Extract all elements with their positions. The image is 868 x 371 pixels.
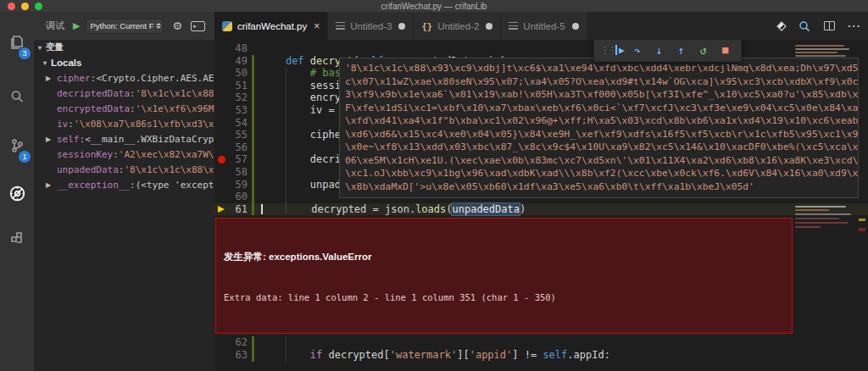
open-changes-icon[interactable] [776,21,786,30]
tab-Untitled-2[interactable]: {}Untitled-2 [414,12,501,40]
start-debug-button[interactable]: ▶ [73,20,80,31]
separator: : [130,88,136,99]
tooltip-line: 06\xe5M\x1cH\xe1U.(\xec\xae\x0b\x83mc\xc… [345,154,853,168]
debug-config-dropdown[interactable]: Python: Current F [86,19,164,34]
sidebar-item-debug[interactable] [0,174,34,212]
text-file-icon [336,22,345,30]
glyph-margin[interactable] [214,166,230,179]
glyph-margin[interactable] [214,349,230,362]
variable-row-encryptedData[interactable]: encryptedData: '\x1e\xf6\x96M\xe… [34,101,214,116]
code-text [254,166,261,179]
tooltip-line: \x0e~\xf8\x13\xdd\x03\xbc\x87_\x8c\x9c$4… [345,141,853,154]
code-line-63[interactable]: 63 if decrypted['watermark']['appid'] !=… [214,349,868,362]
tab-Untitled-3[interactable]: Untitled-3 [328,12,414,40]
step-over-button[interactable]: ↷ [628,41,647,59]
glyph-margin[interactable] [214,104,230,117]
variable-name: unpadedData [57,164,119,175]
open-preview-icon[interactable] [798,19,811,32]
glyph-margin[interactable] [214,129,230,141]
tab-label: Untitled-5 [523,21,565,31]
tooltip-line: '8\x1c\x1c\x88\x93\xc9\xdbj]t\xc6$\xa1\x… [345,62,853,75]
tab-label: Untitled-2 [437,21,479,31]
code-text: if decrypted['watermark']['appid'] != se… [254,349,610,362]
code-text [254,191,261,203]
editor-actions: ··· [778,12,861,40]
variable-name: sessionKey [57,149,113,160]
sidebar-item-source-control[interactable]: 1 [0,127,34,164]
step-out-button[interactable]: ↑ [672,41,691,59]
split-editor-icon[interactable] [824,21,835,30]
debug-settings-gear-icon[interactable]: ⚙ [172,19,182,32]
activity-bar: 3 1 [0,12,34,371]
line-number: 62 [230,336,252,349]
glyph-margin[interactable] [214,42,230,55]
close-window-button[interactable] [8,3,15,10]
chevron-right-icon[interactable]: ▶ [46,75,57,82]
glyph-margin[interactable] [214,80,230,92]
restart-button[interactable]: ↺ [694,41,713,59]
variables-panel-title: 变量 [46,42,64,53]
traffic-lights [8,3,42,10]
glyph-margin[interactable] [214,141,230,154]
breakpoint-icon[interactable] [214,153,230,166]
tooltip-line: F\xfe\x1dSi\xc1=\xbf\x10\xa7\xbax\xeb\xf… [345,102,853,115]
glyph-margin[interactable] [214,55,230,68]
stop-button[interactable]: ■ [716,41,735,59]
variables-panel-header[interactable]: ▾ 变量 [34,40,214,55]
separator: : [119,164,125,175]
separator: : [130,180,136,191]
close-tab-icon[interactable]: × [314,20,320,32]
sidebar-item-search[interactable] [0,78,34,115]
debug-config-label: Python: Current F [90,21,153,30]
variable-row-self[interactable]: ▶self: <__main__.WXBizDataCrypt i… [34,131,214,147]
debug-console-icon[interactable]: ▸ [191,21,205,31]
glyph-margin[interactable] [214,67,230,80]
current-line-arrow-icon[interactable] [214,203,230,216]
chevron-right-icon[interactable]: ▶ [46,136,57,143]
zoom-window-button[interactable] [35,3,42,10]
debug-sidebar: 调试 ▶ Python: Current F ⚙ ▸ ▾ 变量 ▾ Locals… [34,12,214,371]
line-number: 60 [230,191,252,203]
variable-row-__exception__[interactable]: ▶__exception__: (<type 'exception… [34,178,214,193]
continue-button[interactable]: ▶ [615,45,625,55]
code-line-48[interactable]: 48 [214,42,868,55]
tooltip-line: \xd6\xd6&\x15\xc4\xe0\x04\x05}\x84\xe9H_… [345,128,853,141]
minimize-window-button[interactable] [21,3,29,10]
glyph-margin[interactable] [214,117,230,130]
variable-row-cipher[interactable]: ▶cipher: <Crypto.Cipher.AES.AESCi… [34,70,214,86]
debug-toolbar: ⋮⋮ ▶↷↓↑↺■ [593,40,742,62]
tab-Untitled-5[interactable]: Untitled-5 [501,12,587,40]
glyph-margin[interactable] [214,336,230,349]
variable-row-iv[interactable]: iv: '\x08\xa7\x86s1\xfb\xd3\x87\… [34,116,214,131]
line-number: 49 [230,55,252,68]
sidebar-item-explorer[interactable]: 3 [0,24,34,61]
glyph-margin[interactable] [214,191,230,203]
exception-widget: 发生异常: exceptions.ValueError Extra data: … [215,218,793,334]
editor-content[interactable]: 4849 def decrypt(self, encryptedData, iv… [214,40,868,371]
scope-label: Locals [51,58,81,68]
code-line-61[interactable]: 61 decrypted = json.loads(unpadedData) [214,203,868,216]
tooltip-line: 3\xf9\x9b\x1e\xa6`\x01\x19\xab!\x05H\xa3… [345,88,853,102]
variable-row-unpadedData[interactable]: unpadedData: '8\x1c\x1c\x88\x93\… [34,163,214,178]
sidebar-item-extensions[interactable] [0,220,34,257]
glyph-margin[interactable] [214,179,230,191]
dirty-indicator[interactable] [572,23,579,30]
line-number: 55 [230,129,252,141]
variable-row-decriptedData[interactable]: decriptedData: '8\x1c\x1c\x88\x9… [34,86,214,101]
text-file-icon [509,22,518,30]
dirty-indicator[interactable] [486,23,492,30]
line-number: 51 [230,80,252,92]
more-actions-icon[interactable]: ··· [848,19,861,32]
tab-crifanWechat.py[interactable]: crifanWechat.py× [214,12,328,40]
glyph-margin[interactable] [214,91,230,104]
toolbar-drag-handle[interactable]: ⋮⋮ [600,45,612,56]
step-into-button[interactable]: ↓ [650,41,669,59]
code-line-62[interactable]: 62 [214,336,868,349]
separator: : [80,134,86,145]
variable-value: 'A2\xec\x82\xa7W\x17… [119,149,214,160]
chevron-right-icon[interactable]: ▶ [46,181,57,189]
dirty-indicator[interactable] [398,23,405,30]
scope-locals[interactable]: ▾ Locals [34,55,214,70]
variable-name: iv [57,119,68,130]
variable-row-sessionKey[interactable]: sessionKey: 'A2\xec\x82\xa7W\x17… [34,147,214,162]
